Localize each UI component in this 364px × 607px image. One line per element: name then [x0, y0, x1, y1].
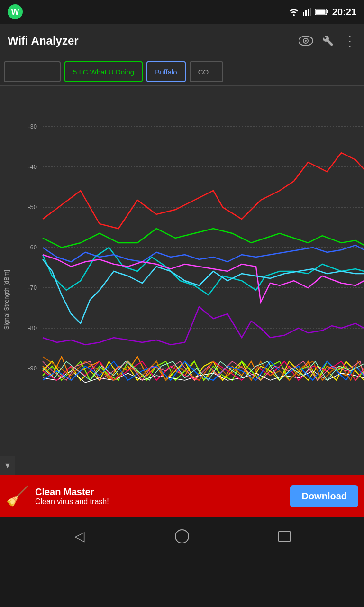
- signal-chart: Signal Strength [dBm] -30 -40 -50 -60 -7…: [0, 86, 364, 475]
- svg-rect-27: [279, 531, 290, 542]
- svg-rect-1: [305, 10, 307, 16]
- svg-rect-2: [308, 9, 309, 16]
- svg-point-26: [175, 530, 189, 543]
- status-bar-right: 20:21: [289, 7, 356, 18]
- chart-container: Signal Strength [dBm] -30 -40 -50 -60 -7…: [0, 86, 364, 475]
- eye-icon[interactable]: [299, 36, 313, 46]
- svg-rect-5: [327, 10, 328, 13]
- filter-btn-co[interactable]: CO...: [190, 61, 223, 82]
- svg-point-9: [305, 40, 307, 42]
- wifi-icon: [289, 8, 299, 16]
- back-button[interactable]: ◁: [65, 522, 94, 551]
- ad-title: Clean Master: [35, 487, 284, 497]
- time-display: 20:21: [332, 7, 356, 18]
- svg-text:-60: -60: [28, 244, 37, 251]
- nav-bar: ◁: [0, 517, 364, 555]
- svg-text:-40: -40: [28, 163, 37, 170]
- download-button[interactable]: Download: [290, 485, 358, 507]
- whatsapp-icon: W: [8, 4, 23, 19]
- recents-square-icon: [278, 530, 291, 543]
- ad-banner: 🧹 Clean Master Clean virus and trash! Do…: [0, 475, 364, 517]
- ad-subtitle: Clean virus and trash!: [35, 497, 284, 506]
- filter-btn-buffalo[interactable]: Buffalo: [146, 61, 185, 82]
- svg-rect-6: [316, 10, 325, 14]
- app-bar: Wifi Analyzer ⋮: [0, 24, 364, 58]
- more-menu-icon[interactable]: ⋮: [343, 33, 356, 49]
- ad-icon: 🧹: [6, 485, 29, 507]
- svg-text:-90: -90: [28, 365, 37, 372]
- svg-text:-50: -50: [28, 203, 37, 211]
- filter-btn-5ic[interactable]: 5 I C What U Doing: [64, 61, 143, 82]
- home-circle-icon: [174, 529, 190, 544]
- recents-button[interactable]: [270, 522, 299, 551]
- scroll-down-indicator[interactable]: ▼: [0, 456, 15, 475]
- status-bar: W 20:21: [0, 0, 364, 24]
- signal-icon: [303, 8, 311, 16]
- ad-text: Clean Master Clean virus and trash!: [35, 487, 284, 506]
- home-button[interactable]: [168, 522, 196, 551]
- status-bar-left: W: [8, 4, 23, 19]
- svg-text:-80: -80: [28, 324, 37, 331]
- svg-text:-30: -30: [28, 123, 37, 130]
- filter-bar: 5 I C What U Doing Buffalo CO...: [0, 58, 364, 86]
- svg-rect-10: [0, 86, 364, 475]
- svg-text:-70: -70: [28, 284, 37, 291]
- battery-icon: [315, 8, 328, 16]
- svg-rect-0: [303, 12, 304, 16]
- app-title: Wifi Analyzer: [8, 34, 293, 47]
- filter-btn-empty[interactable]: [4, 61, 61, 82]
- app-bar-icons: ⋮: [299, 33, 356, 49]
- svg-rect-3: [310, 8, 311, 16]
- wrench-icon[interactable]: [322, 35, 334, 46]
- svg-text:Signal Strength [dBm]: Signal Strength [dBm]: [3, 270, 10, 330]
